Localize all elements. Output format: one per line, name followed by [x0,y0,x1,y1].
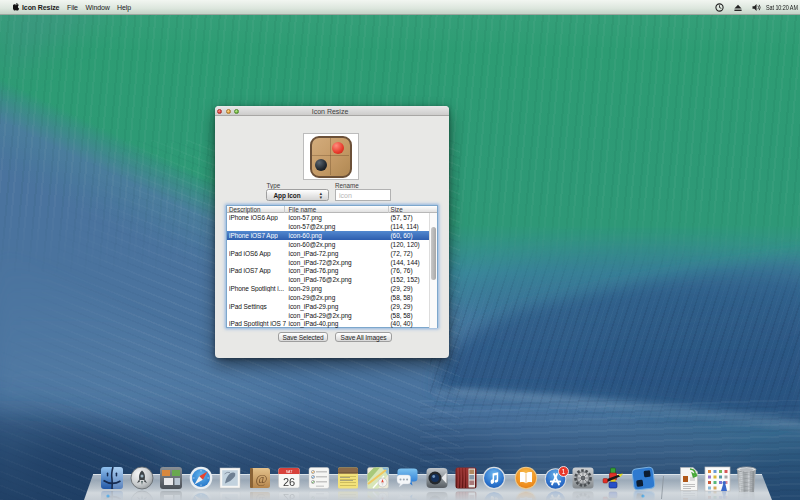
svg-text:26: 26 [283,476,295,488]
svg-text:1: 1 [561,468,565,475]
svg-text:@: @ [255,471,267,486]
svg-text:SAT: SAT [286,470,293,474]
